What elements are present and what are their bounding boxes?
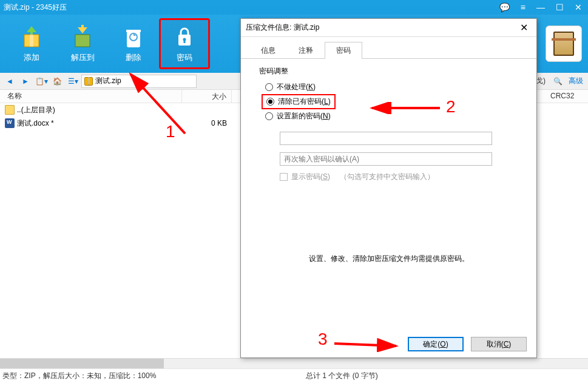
delete-label: 删除 — [126, 52, 141, 63]
archive-info-dialog: 压缩文件信息: 测试.zip ✕ 信息 注释 密码 密码调整 不做处理(K) 清… — [240, 18, 537, 358]
radio-icon — [265, 112, 273, 120]
svg-line-13 — [130, 74, 185, 134]
close-icon[interactable]: ✕ — [572, 2, 584, 12]
checkbox-icon[interactable] — [280, 173, 288, 181]
dialog-title: 压缩文件信息: 测试.zip — [246, 22, 516, 33]
new-password-input — [280, 132, 492, 145]
svg-line-15 — [334, 344, 396, 346]
show-password-hint: （勾选可支持中文密码输入） — [340, 172, 434, 182]
extract-label: 解压到 — [71, 52, 95, 63]
add-icon — [17, 24, 46, 50]
radio-icon — [266, 98, 274, 106]
horizontal-scrollbar[interactable] — [0, 358, 588, 368]
col-name-label: 名称 — [7, 91, 22, 101]
minimize-icon[interactable]: — — [534, 2, 547, 12]
svg-rect-4 — [75, 35, 90, 47]
ok-button[interactable]: 确定(O) — [408, 337, 464, 351]
svg-rect-12 — [184, 39, 186, 43]
radio-no-change[interactable]: 不做处理(K) — [259, 80, 518, 94]
more-link[interactable]: 高级 — [566, 76, 586, 86]
add-label: 添加 — [24, 52, 39, 63]
extract-button[interactable]: 解压到 — [57, 18, 108, 69]
col-crc[interactable]: CRC32 — [546, 90, 588, 103]
dialog-note: 设置、修改、清除加密压缩文件均需提供原密码。 — [259, 254, 518, 264]
radio-clear-password[interactable]: 清除已有密码(L) — [262, 94, 336, 109]
status-left: 类型：ZIP，解压后大小：未知，压缩比：100% — [2, 371, 306, 381]
radio-label: 清除已有密码(L) — [278, 96, 331, 107]
dialog-tabs: 信息 注释 密码 — [241, 41, 536, 59]
extract-icon — [68, 24, 97, 50]
password-inputs — [280, 132, 518, 166]
list-icon[interactable]: ☰▾ — [66, 75, 80, 88]
svg-rect-1 — [30, 35, 33, 47]
window-controls: 💬 ≡ — ☐ ✕ — [497, 2, 584, 12]
row-name: ..(上层目录) — [17, 105, 55, 115]
svg-rect-3 — [30, 30, 33, 35]
path-text: 测试.zip — [95, 76, 121, 86]
dialog-titlebar: 压缩文件信息: 测试.zip ✕ — [241, 19, 536, 37]
titlebar: 测试.zip - 2345好压 💬 ≡ — ☐ ✕ — [0, 0, 588, 15]
add-button[interactable]: 添加 — [6, 18, 57, 69]
scroll-thumb[interactable] — [0, 359, 164, 368]
maximize-icon[interactable]: ☐ — [553, 2, 566, 12]
copy-icon[interactable]: 📋▾ — [34, 75, 49, 88]
search-icon[interactable]: 🔍 — [550, 75, 565, 88]
annotation-arrow-2 — [367, 102, 446, 114]
dialog-body: 密码调整 不做处理(K) 清除已有密码(L) 设置新的密码(N) 显示密码(S)… — [241, 59, 536, 331]
show-password-row[interactable]: 显示密码(S) （勾选可支持中文密码输入） — [280, 172, 518, 182]
status-mid: 总计 1 个文件 (0 字节) — [306, 371, 586, 381]
word-doc-icon — [5, 118, 15, 128]
tab-info[interactable]: 信息 — [249, 42, 287, 59]
zip-icon — [84, 77, 93, 86]
tab-password[interactable]: 密码 — [325, 42, 362, 59]
menu-icon[interactable]: ≡ — [518, 2, 528, 12]
folder-icon — [5, 105, 15, 115]
radio-label: 不做处理(K) — [277, 82, 316, 92]
svg-rect-6 — [81, 25, 84, 30]
close-icon[interactable]: ✕ — [516, 22, 532, 33]
show-password-label: 显示密码(S) — [291, 172, 330, 182]
cancel-button[interactable]: 取消(C) — [471, 337, 527, 351]
annotation-arrow-3 — [331, 337, 404, 352]
lock-icon — [170, 24, 199, 50]
tab-comment[interactable]: 注释 — [287, 42, 325, 59]
delete-button[interactable]: 删除 — [108, 18, 159, 69]
app-logo-icon — [546, 25, 582, 62]
window-title: 测试.zip - 2345好压 — [4, 2, 497, 13]
svg-rect-8 — [126, 30, 141, 32]
row-name: 测试.docx * — [17, 118, 54, 129]
radio-icon — [265, 83, 273, 91]
group-label: 密码调整 — [259, 66, 518, 76]
chat-icon[interactable]: 💬 — [497, 2, 512, 12]
password-button[interactable]: 密码 — [159, 18, 210, 69]
password-label: 密码 — [177, 52, 192, 63]
confirm-password-input — [280, 152, 492, 166]
forward-icon[interactable]: ► — [18, 75, 33, 88]
annotation-arrow-1 — [118, 67, 197, 140]
home-icon[interactable]: 🏠 — [50, 75, 64, 88]
status-bar: 类型：ZIP，解压后大小：未知，压缩比：100% 总计 1 个文件 (0 字节) — [0, 368, 588, 383]
delete-icon — [119, 24, 148, 50]
back-icon[interactable]: ◄ — [2, 75, 17, 88]
radio-label: 设置新的密码(N) — [277, 111, 331, 121]
